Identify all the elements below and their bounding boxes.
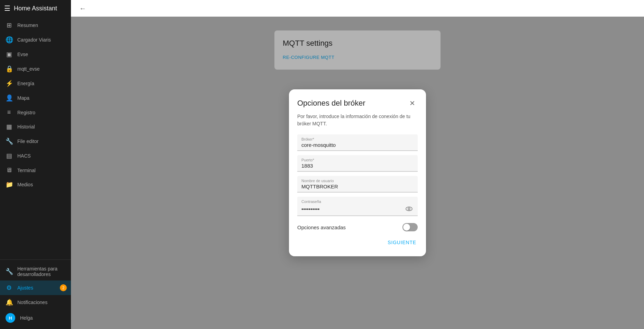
broker-field: Bróker* <box>297 134 418 151</box>
password-field: Contraseña <box>297 197 418 216</box>
sidebar-item-user[interactable]: H Helga <box>0 310 71 326</box>
main-body: MQTT settings RE-CONFIGURE MQTT Opciones… <box>71 17 644 329</box>
back-button[interactable]: ← <box>76 2 89 15</box>
energia-icon: ⚡ <box>6 80 12 87</box>
dialog-overlay: Opciones del bróker ✕ Por favor, introdu… <box>71 17 644 329</box>
app-title: Home Assistant <box>14 5 57 12</box>
sidebar: ☰ Home Assistant ⊞ Resumen 🌐 Cargador Vi… <box>0 0 71 329</box>
sidebar-item-notifications[interactable]: 🔔 Notificaciones <box>0 295 71 310</box>
toggle-knob <box>403 224 410 231</box>
port-input[interactable] <box>301 163 414 169</box>
sidebar-item-evse[interactable]: ▣ Evse <box>0 47 71 62</box>
medios-icon: 📁 <box>6 181 12 188</box>
dialog-subtitle: Por favor, introduce la información de c… <box>297 113 418 127</box>
sidebar-item-label: HACS <box>17 153 31 159</box>
username-field: Nombre de usuario <box>297 176 418 193</box>
advanced-options-row: Opciones avanzadas <box>297 223 418 231</box>
mqtt-evse-icon: 🔒 <box>6 65 12 73</box>
dialog-header: Opciones del bróker ✕ <box>297 98 418 109</box>
advanced-options-label: Opciones avanzadas <box>297 224 346 230</box>
username-label: Nombre de usuario <box>301 179 414 183</box>
sidebar-item-label: Energía <box>17 81 34 86</box>
registro-icon: ≡ <box>6 109 12 116</box>
broker-input[interactable] <box>301 142 414 148</box>
sidebar-item-mapa[interactable]: 👤 Mapa <box>0 91 71 105</box>
sidebar-item-dev-tools[interactable]: 🔧 Herramientas para desarrolladores <box>0 263 71 281</box>
notifications-icon: 🔔 <box>6 299 12 306</box>
sidebar-item-registro[interactable]: ≡ Registro <box>0 105 71 119</box>
sidebar-item-label: Mapa <box>17 95 29 101</box>
ajustes-icon: ⚙ <box>6 284 12 292</box>
sidebar-item-cargador-viaris[interactable]: 🌐 Cargador Viaris <box>0 33 71 47</box>
avatar: H <box>6 313 15 323</box>
sidebar-bottom: 🔧 Herramientas para desarrolladores ⚙ Aj… <box>0 259 71 329</box>
cargador-icon: 🌐 <box>6 36 12 44</box>
sidebar-item-terminal[interactable]: 🖥 Terminal <box>0 163 71 177</box>
dialog-title: Opciones del bróker <box>297 99 365 108</box>
sidebar-item-label: Registro <box>17 110 35 115</box>
sidebar-item-label: File editor <box>17 139 38 144</box>
sidebar-item-label: Notificaciones <box>17 300 47 305</box>
main-toolbar: ← <box>71 0 644 17</box>
sidebar-item-medios[interactable]: 📁 Medios <box>0 177 71 192</box>
svg-point-1 <box>408 208 410 210</box>
menu-icon[interactable]: ☰ <box>4 4 10 12</box>
sidebar-item-label: Cargador Viaris <box>17 37 51 43</box>
mapa-icon: 👤 <box>6 94 12 102</box>
sidebar-item-resumen[interactable]: ⊞ Resumen <box>0 18 71 33</box>
port-label: Puerto* <box>301 158 414 162</box>
resumen-icon: ⊞ <box>6 21 12 29</box>
dev-tools-icon: 🔧 <box>6 268 12 275</box>
file-editor-icon: 🔧 <box>6 137 12 145</box>
evse-icon: ▣ <box>6 51 12 58</box>
port-field: Puerto* <box>297 155 418 172</box>
dialog-actions: SIGUIENTE <box>297 237 418 248</box>
sidebar-item-label: Historial <box>17 124 35 130</box>
sidebar-item-file-editor[interactable]: 🔧 File editor <box>0 134 71 149</box>
sidebar-item-label: Herramientas para desarrolladores <box>17 266 65 277</box>
sidebar-item-historial[interactable]: ▦ Historial <box>0 119 71 134</box>
svg-point-0 <box>406 207 412 211</box>
advanced-options-toggle[interactable] <box>402 223 418 231</box>
sidebar-item-ajustes[interactable]: ⚙ Ajustes 2 <box>0 281 71 295</box>
hacs-icon: ▤ <box>6 152 12 160</box>
password-field-row <box>301 204 414 213</box>
sidebar-item-label: Ajustes <box>17 285 33 291</box>
terminal-icon: 🖥 <box>6 167 12 174</box>
siguiente-button[interactable]: SIGUIENTE <box>386 237 418 248</box>
sidebar-item-hacs[interactable]: ▤ HACS <box>0 149 71 163</box>
password-label: Contraseña <box>301 199 414 204</box>
sidebar-item-label: Terminal <box>17 168 36 173</box>
sidebar-item-label: Resumen <box>17 23 38 28</box>
main-content: ← MQTT settings RE-CONFIGURE MQTT Opcion… <box>71 0 644 329</box>
sidebar-nav: ⊞ Resumen 🌐 Cargador Viaris ▣ Evse 🔒 mqt… <box>0 17 71 259</box>
sidebar-item-energia[interactable]: ⚡ Energía <box>0 76 71 91</box>
user-label: Helga <box>20 315 33 321</box>
dialog-close-button[interactable]: ✕ <box>407 98 418 109</box>
historial-icon: ▦ <box>6 123 12 131</box>
sidebar-header: ☰ Home Assistant <box>0 0 71 17</box>
username-input[interactable] <box>301 184 414 189</box>
sidebar-item-mqtt-evse[interactable]: 🔒 mqtt_evse <box>0 62 71 76</box>
sidebar-item-label: Evse <box>17 52 28 57</box>
broker-options-dialog: Opciones del bróker ✕ Por favor, introdu… <box>289 89 426 256</box>
broker-label: Bróker* <box>301 137 414 141</box>
password-input[interactable] <box>301 206 405 212</box>
sidebar-item-label: Medios <box>17 182 33 187</box>
sidebar-item-label: mqtt_evse <box>17 66 40 72</box>
password-toggle-icon[interactable] <box>405 204 414 213</box>
settings-badge: 2 <box>60 284 67 291</box>
